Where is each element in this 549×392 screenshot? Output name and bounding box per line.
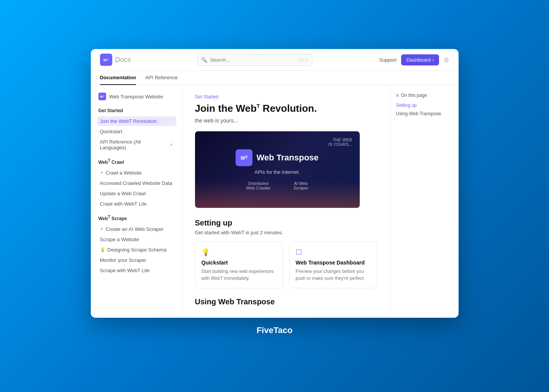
header: wT Docs 🔍 Ctrl K Support Dashboard › ⚙ <box>91 49 459 71</box>
lightbulb-icon: 💡 <box>100 247 105 252</box>
sidebar-item-crawl-lite[interactable]: Crawl with WebT Lite <box>97 199 176 209</box>
dashboard-button[interactable]: Dashboard › <box>401 54 439 65</box>
quickstart-card-icon: 💡 <box>202 248 277 256</box>
hero-overlay-text: THE WEBIS YOURS... <box>328 137 352 147</box>
sparkle-icon: ✦ <box>100 170 103 175</box>
gear-icon[interactable]: ⚙ <box>444 56 449 64</box>
hero-logo-row: wT Web Transpose <box>236 149 318 166</box>
logo-icon: wT <box>100 54 112 66</box>
using-section-heading: Using Web Transpose <box>195 297 377 306</box>
main-layout: wT Web Transpose Website Get Started Joi… <box>91 85 459 318</box>
sidebar-item-accessed-crawled-label: Accessed Crawled Website Data <box>100 180 172 186</box>
nav-tabs: Documentation API Reference <box>91 71 459 85</box>
sidebar-item-accessed-crawled[interactable]: Accessed Crawled Website Data <box>97 178 176 188</box>
sidebar-item-scrape-website[interactable]: Scrape a Website <box>97 235 176 244</box>
page-title-text: Join the WebT Revolution. <box>195 103 317 114</box>
dashboard-card-icon: ☐ <box>296 248 371 256</box>
close-icon: ✕ <box>170 142 173 147</box>
sidebar-item-crawl-website-label: Crawl a Website <box>106 170 142 176</box>
sidebar-item-update-crawl-label: Update a Web Crawl <box>100 191 146 196</box>
sidebar-item-create-scraper-label: Create an AI Web Scraper <box>106 226 164 232</box>
page-title-sup: T <box>257 103 260 109</box>
card-quickstart[interactable]: 💡 Quickstart Start building new web expe… <box>195 242 283 288</box>
sidebar-item-quickstart[interactable]: Quickstart <box>97 127 176 136</box>
right-panel: ≡ On this page Setting up Using Web Tran… <box>390 85 459 318</box>
hero-logo-box: wT <box>236 149 252 166</box>
sidebar-brand-label: Web Transpose Website <box>109 94 163 100</box>
sidebar-item-scrape-lite-label: Scrape with WebT Lite <box>100 268 150 273</box>
quickstart-card-title: Quickstart <box>202 260 277 266</box>
on-page-link-setting-up[interactable]: Setting up <box>396 103 452 108</box>
hero-bottom-scraper: AI WebScraper <box>293 181 308 190</box>
sidebar-item-monitor-scraper[interactable]: Monitor your Scraper <box>97 255 176 265</box>
sidebar-item-scrape-lite[interactable]: Scrape with WebT Lite <box>97 266 176 275</box>
dashboard-card-desc: Preview your changes before you push to … <box>296 268 371 282</box>
breadcrumb: Get Started <box>195 94 377 100</box>
on-page-link-using[interactable]: Using Web Transpose <box>396 111 452 116</box>
card-dashboard[interactable]: ☐ Web Transpose Dashboard Preview your c… <box>289 242 377 288</box>
sidebar-item-api-all-langs[interactable]: API Reference (All Languages) ✕ <box>97 137 176 152</box>
sidebar-item-crawl-website[interactable]: ✦ Crawl a Website <box>97 168 176 178</box>
hero-brand-name: Web Transpose <box>256 153 318 163</box>
on-page-label: On this page <box>401 93 427 98</box>
hero-image: THE WEBIS YOURS... wT Web Transpose APIs… <box>195 131 360 208</box>
footer-brand-text: FiveTaco <box>257 325 293 335</box>
page-title: Join the WebT Revolution. <box>195 103 377 114</box>
content: Get Started Join the WebT Revolution. th… <box>183 85 390 318</box>
sidebar-item-create-scraper[interactable]: ✦ Create an AI Web Scraper <box>97 224 176 234</box>
search-input[interactable] <box>197 54 312 66</box>
hero-bottom-row: DistributedWeb Crawler AI WebScraper <box>246 181 308 190</box>
tab-documentation[interactable]: Documentation <box>100 71 136 85</box>
search-icon: 🔍 <box>201 57 207 63</box>
sidebar-section-scrape: WebT Scrape <box>98 215 175 221</box>
sidebar-item-design-schema-label: Designing Scrape Schema <box>108 247 167 253</box>
sidebar-section-get-started: Get Started <box>98 108 175 113</box>
hero-center: wT Web Transpose APIs for the internet. … <box>236 149 318 190</box>
logo-text: Docs <box>115 56 131 64</box>
sidebar-item-join-label: Join the WebT Revolution. <box>100 118 158 124</box>
sidebar-item-update-crawl[interactable]: Update a Web Crawl <box>97 189 176 198</box>
setting-up-desc: Get started with WebT in just 2 minutes. <box>195 230 377 235</box>
cards-row: 💡 Quickstart Start building new web expe… <box>195 242 377 288</box>
sparkle-scrape-icon: ✦ <box>100 227 103 232</box>
sidebar: wT Web Transpose Website Get Started Joi… <box>91 85 183 318</box>
setting-up-heading: Setting up <box>195 219 377 227</box>
hero-bottom-crawler: DistributedWeb Crawler <box>246 181 270 190</box>
header-actions: Support Dashboard › ⚙ <box>379 54 449 65</box>
using-section: Using Web Transpose <box>195 297 377 306</box>
footer-brand: FiveTaco <box>241 318 308 343</box>
sidebar-item-join[interactable]: Join the WebT Revolution. <box>97 116 176 126</box>
dashboard-card-title: Web Transpose Dashboard <box>296 260 371 266</box>
sidebar-item-crawl-lite-label: Crawl with WebT Lite <box>100 201 147 207</box>
sidebar-item-scrape-website-label: Scrape a Website <box>100 237 139 242</box>
sidebar-item-quickstart-label: Quickstart <box>100 129 123 134</box>
search-shortcut: Ctrl K <box>298 57 309 62</box>
search-bar: 🔍 Ctrl K <box>197 54 312 66</box>
sidebar-item-design-schema[interactable]: 💡 Designing Scrape Schema <box>97 245 176 255</box>
sidebar-brand-icon: wT <box>98 93 106 100</box>
on-page-header: ≡ On this page <box>396 93 452 98</box>
tab-api-reference[interactable]: API Reference <box>145 71 178 85</box>
sidebar-item-api-all-langs-label: API Reference (All Languages) <box>100 139 167 150</box>
page-subtitle: the web is yours... <box>195 118 377 124</box>
logo-area: wT Docs <box>100 54 131 66</box>
sidebar-item-monitor-scraper-label: Monitor your Scraper <box>100 257 146 263</box>
hero-tagline: APIs for the internet. <box>254 169 300 175</box>
list-icon: ≡ <box>396 93 399 98</box>
sidebar-section-crawl: WebT Crawl <box>98 158 175 165</box>
quickstart-card-desc: Start building new web experiences with … <box>202 268 277 282</box>
sidebar-brand: wT Web Transpose Website <box>97 93 176 100</box>
support-link[interactable]: Support <box>379 57 397 63</box>
